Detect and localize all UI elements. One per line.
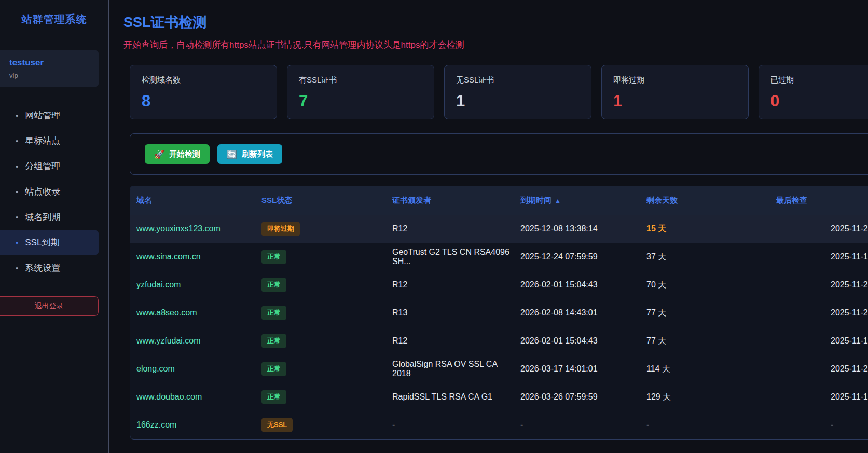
expires-cell: 2026-02-01 15:04:43	[514, 327, 640, 355]
table-header-row: 域名SSL状态证书颁发者到期时间▲剩余天数最后检查	[130, 186, 868, 215]
domain-link[interactable]: www.yzfudai.com	[136, 336, 201, 345]
issuer-cell: R12	[386, 271, 514, 299]
last-check-cell: 2025-11-16	[770, 383, 868, 411]
stat-value: 1	[613, 92, 737, 111]
issuer-cell: R12	[386, 215, 514, 243]
days-left-cell: 15 天	[640, 215, 770, 243]
column-header-4[interactable]: 剩余天数	[640, 186, 770, 215]
sidebar-item-starred-sites[interactable]: • 星标站点	[0, 128, 99, 154]
bullet-icon: •	[16, 264, 18, 272]
stat-card-with-ssl: 有SSL证书 7	[287, 65, 434, 119]
stat-label: 无SSL证书	[456, 75, 580, 85]
expires-cell: 2025-12-24 07:59:59	[514, 243, 640, 271]
ssl-table-panel: 域名SSL状态证书颁发者到期时间▲剩余天数最后检查 www.youxinxs12…	[130, 186, 868, 440]
user-card: testuser vip	[0, 50, 99, 87]
ssl-status-badge: 正常	[261, 390, 286, 404]
start-detect-label: 开始检测	[169, 149, 200, 159]
domain-link[interactable]: www.sina.com.cn	[136, 252, 201, 261]
page-title: SSL证书检测	[123, 13, 868, 32]
main-content: SSL证书检测 开始查询后，自动检测所有https站点证书情况.只有网站管理内协…	[109, 0, 868, 453]
stat-value: 0	[770, 92, 868, 111]
sidebar-item-site-indexing[interactable]: • 站点收录	[0, 179, 99, 204]
refresh-list-button[interactable]: 🔄 刷新列表	[217, 144, 282, 164]
logout-button[interactable]: 退出登录	[0, 296, 99, 316]
expires-cell: -	[514, 411, 640, 439]
bullet-icon: •	[16, 238, 18, 247]
stat-value: 8	[142, 92, 265, 111]
issuer-cell: R12	[386, 327, 514, 355]
stat-label: 有SSL证书	[299, 75, 422, 85]
domain-link[interactable]: elong.com	[136, 364, 175, 373]
ssl-status-badge: 正常	[261, 362, 286, 376]
issuer-cell: GeoTrust G2 TLS CN RSA4096 SH...	[386, 243, 514, 271]
issuer-cell: RapidSSL TLS RSA CA G1	[386, 383, 514, 411]
refresh-icon: 🔄	[227, 149, 237, 159]
sidebar-item-site-management[interactable]: • 网站管理	[0, 103, 99, 128]
last-check-cell: 2025-11-16	[770, 327, 868, 355]
refresh-list-label: 刷新列表	[242, 149, 273, 159]
table-row: www.sina.com.cn 正常 GeoTrust G2 TLS CN RS…	[130, 243, 868, 271]
last-check-cell: 2025-11-16	[770, 243, 868, 271]
table-row: www.a8seo.com 正常 R13 2026-02-08 14:43:01…	[130, 299, 868, 327]
column-header-5[interactable]: 最后检查	[770, 186, 868, 215]
days-left-cell: 70 天	[640, 271, 770, 299]
ssl-status-badge: 即将过期	[261, 222, 300, 236]
table-row: www.doubao.com 正常 RapidSSL TLS RSA CA G1…	[130, 383, 868, 411]
days-left-cell: -	[640, 411, 770, 439]
sidebar-item-group-management[interactable]: • 分组管理	[0, 154, 99, 179]
issuer-cell: R13	[386, 299, 514, 327]
rocket-icon: 🚀	[154, 149, 164, 159]
expires-cell: 2026-02-01 15:04:43	[514, 271, 640, 299]
column-header-0[interactable]: 域名	[130, 186, 255, 215]
table-row: www.youxinxs123.com 即将过期 R12 2025-12-08 …	[130, 215, 868, 243]
stat-label: 即将过期	[613, 75, 737, 85]
domain-link[interactable]: yzfudai.com	[136, 280, 181, 289]
start-detect-button[interactable]: 🚀 开始检测	[145, 144, 210, 164]
table-row: elong.com 正常 GlobalSign RSA OV SSL CA 20…	[130, 355, 868, 383]
days-left-cell: 114 天	[640, 355, 770, 383]
bullet-icon: •	[16, 213, 18, 222]
ssl-table: 域名SSL状态证书颁发者到期时间▲剩余天数最后检查 www.youxinxs12…	[130, 186, 868, 439]
ssl-status-badge: 正常	[261, 306, 286, 320]
sidebar: 站群管理系统 testuser vip • 网站管理 • 星标站点 • 分组管理…	[0, 0, 109, 453]
page-subtitle: 开始查询后，自动检测所有https站点证书情况.只有网站管理内协议头是https…	[123, 39, 868, 51]
stat-label: 检测域名数	[142, 75, 265, 85]
last-check-cell: 2025-11-23	[770, 271, 868, 299]
expires-cell: 2026-02-08 14:43:01	[514, 299, 640, 327]
last-check-cell: 2025-11-23	[770, 299, 868, 327]
app-window: 站群管理系统 testuser vip • 网站管理 • 星标站点 • 分组管理…	[0, 0, 868, 453]
bullet-icon: •	[16, 136, 18, 145]
stat-card-expiring-soon: 即将过期 1	[601, 65, 749, 119]
domain-link[interactable]: www.youxinxs123.com	[136, 224, 221, 233]
ssl-status-badge: 正常	[261, 278, 286, 292]
sidebar-item-domain-expiry[interactable]: • 域名到期	[0, 204, 99, 230]
column-header-3[interactable]: 到期时间▲	[514, 186, 640, 215]
app-title: 站群管理系统	[0, 0, 108, 36]
days-left-cell: 77 天	[640, 299, 770, 327]
domain-link[interactable]: 166zz.com	[136, 420, 176, 429]
domain-link[interactable]: www.doubao.com	[136, 392, 202, 401]
column-header-2[interactable]: 证书颁发者	[386, 186, 514, 215]
days-left-cell: 77 天	[640, 327, 770, 355]
username: testuser	[9, 58, 90, 68]
domain-link[interactable]: www.a8seo.com	[136, 308, 197, 317]
column-header-1[interactable]: SSL状态	[255, 186, 386, 215]
bullet-icon: •	[16, 111, 18, 120]
sidebar-item-system-settings[interactable]: • 系统设置	[0, 255, 99, 281]
table-row: www.yzfudai.com 正常 R12 2026-02-01 15:04:…	[130, 327, 868, 355]
ssl-status-badge: 正常	[261, 250, 286, 264]
stat-card-expired: 已过期 0	[759, 65, 868, 119]
stat-value: 1	[456, 92, 580, 111]
stat-label: 已过期	[770, 75, 868, 85]
expires-cell: 2026-03-17 14:01:01	[514, 355, 640, 383]
last-check-cell: 2025-11-23	[770, 355, 868, 383]
sidebar-divider	[0, 36, 108, 36]
table-body: www.youxinxs123.com 即将过期 R12 2025-12-08 …	[130, 215, 868, 439]
sidebar-item-ssl-expiry[interactable]: • SSL到期	[0, 230, 99, 255]
ssl-status-badge: 无SSL	[261, 418, 293, 432]
expires-cell: 2026-03-26 07:59:59	[514, 383, 640, 411]
stat-card-without-ssl: 无SSL证书 1	[444, 65, 591, 119]
stat-value: 7	[299, 92, 422, 111]
stat-card-detected-domains: 检测域名数 8	[130, 65, 277, 119]
bullet-icon: •	[16, 162, 18, 171]
